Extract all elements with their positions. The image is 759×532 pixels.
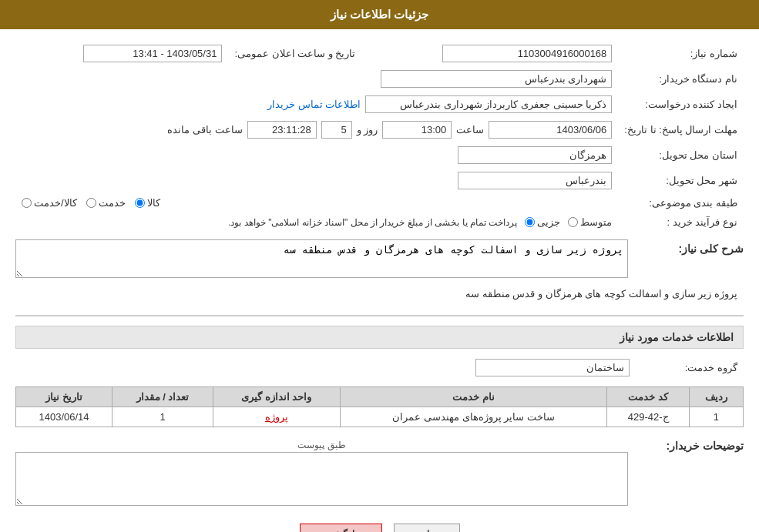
need-number-label: شماره نیاز:: [618, 41, 744, 66]
category-radio-group: کالا/خدمت خدمت کالا: [22, 197, 612, 209]
buyer-notes-label: توضیحات خریدار:: [636, 437, 744, 452]
col-need-date: تاریخ نیاز: [16, 387, 113, 407]
purchase-type-row: متوسط جزیی پرداخت تمام یا بخشی از مبلغ خ…: [22, 216, 612, 228]
public-announce-label: تاریخ و ساعت اعلان عمومی:: [228, 41, 361, 66]
buyer-org-display: شهرداری بندرعباس: [381, 70, 612, 88]
creator-value: ذکریا حسینی جعفری کاربرداز شهرداری بندرع…: [15, 92, 618, 117]
city-value: بندرعباس: [15, 168, 618, 193]
services-section-title: اطلاعات خدمات مورد نیاز: [620, 331, 734, 343]
category-option-service-label: خدمت: [99, 197, 126, 209]
buyer-org-value: شهرداری بندرعباس: [15, 66, 618, 92]
divider-services: [15, 315, 744, 316]
row-province: استان محل تحویل: هرمزگان: [15, 142, 744, 168]
service-group-value: ساختمان: [15, 355, 636, 380]
col-quantity: تعداد / مقدار: [113, 387, 213, 407]
category-radio-goods-service[interactable]: [22, 198, 32, 208]
need-description-text-display: پروژه زیر سازی و اسفالت کوچه های هرمزگان…: [15, 286, 744, 306]
need-description-label: شرح کلی نیاز:: [636, 239, 744, 255]
buyer-notes-inner-label: طبق پیوست: [15, 437, 628, 452]
category-option-service[interactable]: خدمت: [86, 197, 126, 209]
category-option-goods-service[interactable]: کالا/خدمت: [22, 197, 77, 209]
category-option-goods-service-label: کالا/خدمت: [34, 197, 77, 209]
services-table: ردیف کد خدمت نام خدمت واحد اندازه گیری ت…: [15, 386, 744, 427]
purchase-type-partial[interactable]: جزیی: [525, 216, 560, 228]
need-number-value: 1103004916000168: [362, 41, 619, 66]
category-option-goods-label: کالا: [147, 197, 160, 209]
cell-service-name: ساخت سایر پروژه‌های مهندسی عمران: [340, 407, 607, 427]
response-remaining-label: ساعت باقی مانده: [167, 124, 242, 136]
buyer-notes-row: توضیحات خریدار: طبق پیوست: [15, 437, 744, 508]
cell-unit: پروژه: [213, 407, 340, 427]
category-label: طبقه بندی موضوعی:: [618, 193, 744, 212]
purchase-type-label: نوع فرآیند خرید :: [618, 212, 744, 232]
need-description-container: document.querySelector('[data-name="need…: [15, 239, 628, 280]
page-header: جزئیات اطلاعات نیاز: [0, 0, 759, 29]
col-row-num: ردیف: [689, 387, 743, 407]
row-need-number: شماره نیاز: 1103004916000168 تاریخ و ساع…: [15, 41, 744, 66]
response-deadline-value: 1403/06/06 ساعت 13:00 روز و 5 23:11:28 س…: [15, 117, 618, 142]
purchase-type-value: متوسط جزیی پرداخت تمام یا بخشی از مبلغ خ…: [15, 212, 618, 232]
public-announce-value: 1403/05/31 - 13:41: [15, 41, 228, 66]
col-unit: واحد اندازه گیری: [213, 387, 340, 407]
city-display: بندرعباس: [458, 172, 612, 189]
response-time-label: ساعت: [456, 124, 484, 136]
buyer-org-label: نام دستگاه خریدار:: [618, 66, 744, 92]
button-row: چاپ بازگشت: [15, 524, 744, 532]
table-row: 1 ج-42-429 ساخت سایر پروژه‌های مهندسی عم…: [16, 407, 744, 427]
category-radio-goods[interactable]: [135, 198, 145, 208]
city-label: شهر محل تحویل:: [618, 168, 744, 193]
province-value: هرمزگان: [15, 142, 618, 168]
category-option-goods[interactable]: کالا: [135, 197, 160, 209]
need-description-value: پروژه زیر سازی و اسفالت کوچه های هرمزگان…: [465, 288, 737, 299]
category-value: کالا/خدمت خدمت کالا: [15, 193, 618, 212]
category-radio-service[interactable]: [86, 198, 96, 208]
services-table-header-row: ردیف کد خدمت نام خدمت واحد اندازه گیری ت…: [16, 387, 744, 407]
province-display: هرمزگان: [458, 146, 612, 164]
cell-service-code: ج-42-429: [607, 407, 689, 427]
creator-display: ذکریا حسینی جعفری کاربرداز شهرداری بندرع…: [365, 95, 612, 113]
print-button[interactable]: چاپ: [394, 524, 460, 532]
cell-need-date: 1403/06/14: [16, 407, 113, 427]
buyer-notes-textarea[interactable]: [15, 452, 628, 506]
response-deadline-label: مهلت ارسال پاسخ: تا تاریخ:: [618, 117, 744, 142]
info-table: شماره نیاز: 1103004916000168 تاریخ و ساع…: [15, 41, 744, 232]
public-announce-display: 1403/05/31 - 13:41: [83, 45, 222, 62]
cell-quantity: 1: [113, 407, 213, 427]
page-title: جزئیات اطلاعات نیاز: [331, 8, 428, 21]
services-table-head: ردیف کد خدمت نام خدمت واحد اندازه گیری ت…: [16, 387, 744, 407]
back-button[interactable]: بازگشت: [300, 524, 382, 532]
need-description-row: شرح کلی نیاز: document.querySelector('[d…: [15, 239, 744, 280]
services-table-body: 1 ج-42-429 ساخت سایر پروژه‌های مهندسی عم…: [16, 407, 744, 427]
purchase-type-radio-medium[interactable]: [568, 217, 578, 227]
contact-link[interactable]: اطلاعات تماس خریدار: [267, 99, 361, 110]
purchase-type-medium[interactable]: متوسط: [568, 216, 612, 228]
row-response-deadline: مهلت ارسال پاسخ: تا تاریخ: 1403/06/06 سا…: [15, 117, 744, 142]
province-label: استان محل تحویل:: [618, 142, 744, 168]
response-days-display: 5: [321, 121, 352, 139]
buyer-notes-container: طبق پیوست: [15, 437, 628, 508]
row-city: شهر محل تحویل: بندرعباس: [15, 168, 744, 193]
col-service-name: نام خدمت: [340, 387, 607, 407]
service-group-row: گروه خدمت: ساختمان: [15, 355, 744, 380]
purchase-type-note: پرداخت تمام یا بخشی از مبلغ خریدار از مح…: [228, 217, 517, 228]
response-time-display: 13:00: [382, 121, 452, 139]
buyer-notes-placeholder-text: طبق پیوست: [297, 440, 345, 450]
response-date-display: 1403/06/06: [489, 121, 612, 139]
cell-row-num: 1: [689, 407, 743, 427]
col-service-code: کد خدمت: [607, 387, 689, 407]
service-group-label: گروه خدمت:: [636, 355, 744, 380]
row-purchase-type: نوع فرآیند خرید : متوسط جزیی پرداخت تمام…: [15, 212, 744, 232]
purchase-type-radio-partial[interactable]: [525, 217, 535, 227]
service-group-table: گروه خدمت: ساختمان: [15, 355, 744, 380]
service-group-display: ساختمان: [475, 359, 630, 376]
need-description-textarea[interactable]: [15, 239, 628, 278]
need-number-display: 1103004916000168: [442, 45, 612, 62]
response-remaining-display: 23:11:28: [247, 121, 317, 139]
purchase-type-partial-label: جزیی: [537, 216, 560, 228]
main-content: شماره نیاز: 1103004916000168 تاریخ و ساع…: [0, 29, 759, 532]
row-buyer-org: نام دستگاه خریدار: شهرداری بندرعباس: [15, 66, 744, 92]
page-wrapper: جزئیات اطلاعات نیاز شماره نیاز: 11030049…: [0, 0, 759, 532]
services-section-header: اطلاعات خدمات مورد نیاز: [15, 326, 744, 349]
response-days-label: روز و: [357, 124, 378, 136]
purchase-type-medium-label: متوسط: [580, 216, 612, 228]
